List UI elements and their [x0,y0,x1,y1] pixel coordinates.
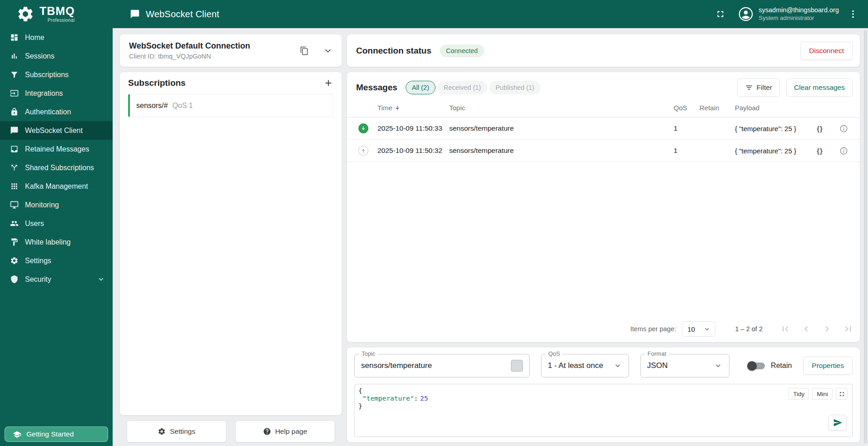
sidebar-item-users[interactable]: Users [0,214,113,233]
sidebar-item-websocket-client[interactable]: WebSocket Client [0,121,113,140]
sidebar-item-shared-subscriptions[interactable]: Shared Subscriptions [0,158,113,177]
sidebar-item-label: Settings [25,257,51,265]
copy-client-id-button[interactable] [300,46,309,55]
pagination-nav [780,323,853,334]
first-page-icon [780,323,791,334]
subscriptions-header: Subscriptions [128,78,333,88]
sidebar-item-home[interactable]: Home [0,28,113,47]
user-email: sysadmin@thingsboard.org [759,6,839,15]
help-button-label: Help page [275,427,308,436]
page-size-select[interactable]: 10 [682,321,715,337]
message-row[interactable]: 2025-10-09 11:50:33 sensors/temperature … [347,118,860,140]
previous-page-button[interactable] [801,323,812,334]
sidebar-item-security[interactable]: Security [0,270,113,289]
message-row[interactable]: 2025-10-09 11:50:32 sensors/temperature … [347,140,860,162]
tbmq-logo[interactable]: TBMQ Professional [0,0,113,28]
sidebar-item-integrations[interactable]: Integrations [0,84,113,103]
info-icon[interactable] [839,124,848,133]
column-time[interactable]: Time [377,104,449,112]
info-icon[interactable] [839,147,848,155]
format-select-value: JSON [647,361,668,370]
gear-icon [158,427,166,436]
chat-icon [10,126,19,135]
subscription-item[interactable]: sensors/# QoS 1 [128,94,333,117]
filter-chip-received[interactable]: Received (1) [437,81,487,94]
qos-select[interactable]: QoS 1 - At least once [541,354,629,377]
fullscreen-icon [838,391,845,397]
filter-chip-published[interactable]: Published (1) [489,81,541,94]
sidebar-item-monitoring[interactable]: Monitoring [0,196,113,214]
view-payload-button[interactable]: {} [817,125,823,132]
sidebar-item-sessions[interactable]: Sessions [0,47,113,65]
sidebar: TBMQ Professional Home Sessions Subscrip… [0,0,113,446]
messages-title: Messages [356,83,397,93]
disconnect-button[interactable]: Disconnect [800,42,853,60]
topic-color-swatch[interactable] [511,360,523,372]
chevron-right-icon [822,323,833,334]
grid-icon [10,182,19,191]
sidebar-item-authentication[interactable]: Authentication [0,103,113,121]
sidebar-item-label: Shared Subscriptions [25,164,94,172]
filter-chip-all[interactable]: All (2) [406,81,436,94]
format-select[interactable]: Format JSON [640,354,730,377]
vertical-scrollbar[interactable] [864,30,867,444]
first-page-button[interactable] [780,323,791,334]
sidebar-item-label: White labeling [25,238,71,246]
sidebar-item-settings[interactable]: Settings [0,251,113,270]
message-qos: 1 [674,124,699,132]
help-icon [263,427,271,436]
column-qos: QoS [674,104,699,112]
message-topic: sensors/temperature [449,124,674,132]
editor-fullscreen-button[interactable] [836,388,848,400]
connection-info: WebSocket Default Connection Client ID: … [129,41,300,60]
page-range-label: 1 – 2 of 2 [735,325,763,333]
view-payload-button[interactable]: {} [817,147,823,155]
last-page-button[interactable] [843,323,853,334]
sidebar-item-label: Kafka Management [25,182,88,191]
topic-field[interactable]: Topic sensors/temperature [354,354,530,377]
chevron-down-icon [703,325,711,333]
connection-status-title: Connection status [356,46,432,56]
sidebar-item-label: Home [25,34,45,42]
connection-card: WebSocket Default Connection Client ID: … [120,34,342,67]
top-bar: WebSocket Client sysadmin@thingsboard.or… [113,0,868,28]
publish-message-button[interactable] [828,415,847,431]
getting-started-button[interactable]: Getting Started [5,426,108,442]
properties-button[interactable]: Properties [803,357,853,375]
message-filter-toggle: All (2) Received (1) Published (1) [406,81,541,94]
sidebar-item-kafka-management[interactable]: Kafka Management [0,177,113,196]
user-info[interactable]: sysadmin@thingsboard.org System administ… [759,6,839,22]
help-page-button[interactable]: Help page [235,421,335,442]
payload-editor[interactable]: { "temperature":25 } Tidy Mini [354,384,853,437]
avatar[interactable] [738,6,754,22]
clear-messages-button[interactable]: Clear messages [786,78,853,97]
sidebar-item-label: Retained Messages [25,145,89,153]
mini-button[interactable]: Mini [812,388,833,400]
paint-icon [10,238,19,246]
copy-icon [300,46,309,55]
logo-subtitle: Professional [40,18,75,23]
settings-button[interactable]: Settings [127,421,226,442]
message-qos: 1 [674,147,699,155]
topic-field-label: Topic [359,350,377,357]
add-subscription-button[interactable] [323,78,333,88]
main-content: WebSocket Default Connection Client ID: … [113,28,868,446]
subscription-qos: QoS 1 [172,102,193,110]
tidy-button[interactable]: Tidy [789,388,809,400]
subscription-topic: sensors/# [136,102,168,110]
next-page-button[interactable] [822,323,833,334]
sidebar-item-subscriptions[interactable]: Subscriptions [0,65,113,84]
messages-card: Messages All (2) Received (1) Published … [347,72,860,342]
fullscreen-icon[interactable] [715,9,725,19]
topic-field-value: sensors/temperature [361,361,432,370]
page-title: WebSocket Client [146,9,219,20]
retain-toggle[interactable] [748,363,765,369]
more-menu-icon[interactable] [848,9,858,19]
expand-connection-button[interactable] [322,45,333,56]
column-payload: Payload [735,104,809,112]
chevron-down-icon [97,275,105,284]
received-message-icon [358,123,368,133]
sidebar-item-white-labeling[interactable]: White labeling [0,233,113,251]
sidebar-item-retained-messages[interactable]: Retained Messages [0,140,113,158]
filter-button[interactable]: Filter [737,78,780,97]
